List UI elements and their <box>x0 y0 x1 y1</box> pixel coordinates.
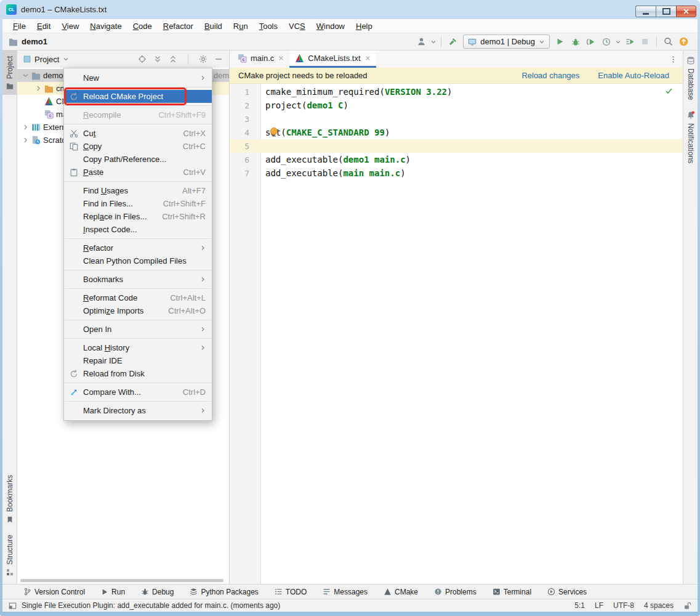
toolwindow-version-control[interactable]: Version Control <box>23 588 85 596</box>
menu-item-bookmarks[interactable]: Bookmarks <box>64 273 212 286</box>
menu-item-cut[interactable]: CutCtrl+X <box>64 127 212 140</box>
locate-file-button[interactable] <box>138 55 147 63</box>
menu-separator <box>65 338 211 339</box>
menu-item-repair-ide[interactable]: Repair IDE <box>64 354 212 367</box>
hide-panel-button[interactable] <box>214 55 223 63</box>
encoding-widget[interactable]: UTF-8 <box>613 601 634 610</box>
reload-changes-link[interactable]: Reload changes <box>521 71 579 80</box>
stripe-item-structure[interactable]: Structure <box>2 529 17 582</box>
coverage-button[interactable] <box>583 35 598 49</box>
close-icon[interactable] <box>278 55 284 61</box>
menu-item-clean-python-compiled-files[interactable]: Clean Python Compiled Files <box>64 254 212 267</box>
tabs-more-icon[interactable] <box>669 51 683 68</box>
menu-item-find-usages[interactable]: Find UsagesAlt+F7 <box>64 184 212 197</box>
menu-separator <box>65 105 211 106</box>
menu-build[interactable]: Build <box>199 21 228 31</box>
toolwindow-run[interactable]: Run <box>101 588 125 596</box>
line-separator-widget[interactable]: LF <box>595 601 603 610</box>
menu-file[interactable]: File <box>7 21 31 31</box>
horizontal-scrollbar[interactable] <box>20 579 223 582</box>
code-editor[interactable]: 1cmake_minimum_required(VERSION 3.22)2pr… <box>230 84 683 584</box>
minimize-button[interactable] <box>635 6 656 17</box>
menu-item-copy[interactable]: CopyCtrl+C <box>64 140 212 153</box>
maximize-button[interactable] <box>656 6 676 17</box>
menu-help[interactable]: Help <box>350 21 378 31</box>
code-token: demo1 C <box>307 100 343 110</box>
toolwindow-problems[interactable]: Problems <box>434 588 477 596</box>
menu-run[interactable]: Run <box>228 21 254 31</box>
menu-item-new[interactable]: New <box>64 71 212 84</box>
profiler-button[interactable] <box>598 35 614 49</box>
collapse-all-button[interactable] <box>169 55 177 63</box>
menu-item-optimize-imports[interactable]: Optimize ImportsCtrl+Alt+O <box>64 304 212 317</box>
menu-item-reload-cmake-project[interactable]: Reload CMake Project <box>64 90 212 103</box>
toolwindow-terminal[interactable]: Terminal <box>493 588 531 596</box>
run-button[interactable] <box>552 35 568 49</box>
toolwindow-label: Python Packages <box>201 588 258 596</box>
stripe-item-database[interactable]: Database <box>683 51 698 105</box>
chevron-down-icon[interactable] <box>21 72 30 79</box>
stripe-item-notifications[interactable]: Notifications <box>683 105 698 169</box>
expand-all-button[interactable] <box>153 55 162 63</box>
toolwindow-todo[interactable]: TODO <box>275 588 307 596</box>
stripe-item-bookmarks[interactable]: Bookmarks <box>2 469 17 529</box>
run-configuration-select[interactable]: demo1 | Debug <box>463 34 550 49</box>
toolwindow-label: Run <box>111 588 125 596</box>
menu-tools[interactable]: Tools <box>254 21 283 31</box>
caret-position-widget[interactable]: 5:1 <box>574 601 585 610</box>
enable-auto-reload-link[interactable]: Enable Auto-Reload <box>598 71 669 80</box>
gear-icon[interactable] <box>199 55 207 63</box>
menu-vcs[interactable]: VCS <box>283 21 311 31</box>
intention-bulb-icon[interactable] <box>270 128 278 135</box>
menu-window[interactable]: Window <box>311 21 350 31</box>
menu-code[interactable]: Code <box>127 21 158 31</box>
menu-item-paste[interactable]: PasteCtrl+V <box>64 166 212 179</box>
breadcrumb[interactable]: demo1 <box>9 37 47 46</box>
indent-widget[interactable]: 4 spaces <box>644 601 674 610</box>
menu-edit[interactable]: Edit <box>31 21 56 31</box>
stripe-item-project[interactable]: Project <box>2 51 17 95</box>
project-panel-title[interactable]: Project <box>34 55 59 64</box>
readonly-lock-icon[interactable] <box>683 602 691 610</box>
menu-item-refactor[interactable]: Refactor <box>64 241 212 254</box>
search-everywhere-button[interactable] <box>661 35 676 49</box>
close-icon[interactable] <box>365 55 371 61</box>
menu-refactor[interactable]: Refactor <box>158 21 199 31</box>
close-button[interactable] <box>676 6 696 17</box>
menu-item-mark-directory-as[interactable]: Mark Directory as <box>64 404 212 417</box>
menu-item-replace-in-files[interactable]: Replace in Files...Ctrl+Shift+R <box>64 210 212 223</box>
menu-item-local-history[interactable]: Local History <box>64 341 212 354</box>
menu-item-recompile[interactable]: RecompileCtrl+Shift+F9 <box>64 108 212 121</box>
menu-view[interactable]: View <box>56 21 84 31</box>
title-bar[interactable]: CL demo1 – CMakeLists.txt <box>0 0 700 19</box>
tab-cmakelists-txt[interactable]: CMakeLists.txt <box>289 51 376 68</box>
toolwindow-debug[interactable]: Debug <box>141 588 174 596</box>
toolwindow-cmake[interactable]: CMake <box>384 588 418 596</box>
menu-item-copy-path-reference[interactable]: Copy Path/Reference... <box>64 153 212 166</box>
chevron-down-icon[interactable] <box>614 35 622 49</box>
menu-item-reformat-code[interactable]: Reformat CodeCtrl+Alt+L <box>64 291 212 304</box>
toolwindow-services[interactable]: Services <box>547 588 587 596</box>
menu-item-open-in[interactable]: Open In <box>64 323 212 336</box>
menu-item-inspect-code[interactable]: Inspect Code... <box>64 223 212 236</box>
menu-item-find-in-files[interactable]: Find in Files...Ctrl+Shift+F <box>64 197 212 210</box>
toolwindow-python-packages[interactable]: Python Packages <box>190 588 258 596</box>
update-available-button[interactable] <box>676 35 691 49</box>
tab-main-c[interactable]: cmain.c <box>232 51 289 68</box>
user-account-button[interactable] <box>414 35 429 49</box>
chevron-down-icon[interactable] <box>63 56 69 62</box>
debug-button[interactable] <box>568 35 583 49</box>
attach-to-process-button[interactable] <box>622 35 637 49</box>
chevron-right-icon[interactable] <box>34 85 43 92</box>
build-button[interactable] <box>445 35 461 49</box>
menu-item-shortcut: Ctrl+Shift+F <box>152 199 206 208</box>
toolwindow-toggle-icon[interactable] <box>9 602 17 610</box>
menu-item-shortcut: Alt+F7 <box>171 186 206 195</box>
chevron-right-icon[interactable] <box>21 137 30 144</box>
menu-item-compare-with[interactable]: Compare With...Ctrl+D <box>64 386 212 399</box>
chevron-right-icon[interactable] <box>21 124 30 131</box>
code-token: ) <box>447 87 452 97</box>
menu-item-reload-from-disk[interactable]: Reload from Disk <box>64 367 212 380</box>
menu-navigate[interactable]: Navigate <box>84 21 127 31</box>
toolwindow-messages[interactable]: Messages <box>323 588 368 596</box>
